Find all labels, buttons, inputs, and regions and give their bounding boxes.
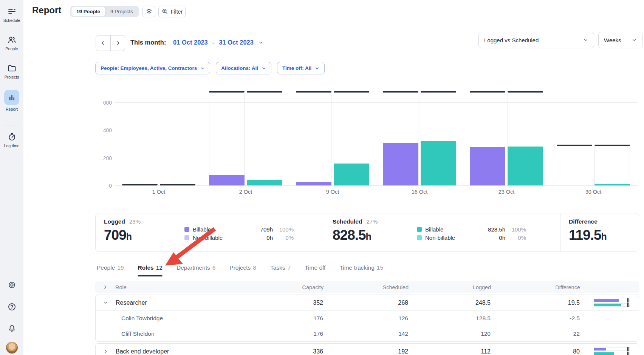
chart-bar-scheduled[interactable] — [508, 89, 543, 186]
sidebar-item-label: Schedule — [3, 18, 20, 23]
tab-roles[interactable]: Roles12 — [138, 264, 163, 276]
chart-bar-fill — [334, 164, 369, 186]
chart-bar-scheduled[interactable] — [334, 89, 369, 186]
expand-toggle[interactable] — [96, 300, 116, 306]
chart-bar-logged[interactable] — [383, 89, 418, 186]
legend-value: 828.5h — [478, 226, 505, 233]
notifications-button[interactable] — [0, 323, 23, 333]
chart-x-tick-label: 2 Oct — [202, 189, 289, 195]
help-button[interactable] — [0, 302, 23, 312]
scheduled-title: Scheduled — [333, 218, 362, 225]
tab-projects[interactable]: Projects8 — [229, 264, 256, 276]
chart-x-tick-label: 9 Oct — [289, 189, 376, 195]
filter-pill-2[interactable]: Time off: All — [277, 62, 325, 74]
settings-button[interactable] — [0, 280, 23, 290]
filter-search-icon — [161, 8, 169, 15]
tab-label: Time off — [305, 264, 325, 271]
chart-y-tick-label: 0 — [89, 183, 112, 189]
layers-icon — [146, 8, 153, 15]
chart-x-tick-label: 23 Oct — [463, 189, 550, 195]
role-group-1: Back end developer33619211280 — [95, 343, 639, 355]
chart-bar-logged[interactable] — [209, 89, 245, 186]
legend-percent: 100% — [505, 226, 526, 233]
table-row-role[interactable]: Researcher352268248.519.5 — [96, 295, 639, 310]
difference-total: 119.5h — [569, 227, 639, 243]
tab-time-tracking[interactable]: Time tracking15 — [339, 264, 383, 276]
layers-button[interactable] — [142, 6, 155, 17]
sidebar-item-schedule[interactable]: Schedule — [0, 7, 23, 23]
chart-bar-scheduled[interactable] — [594, 89, 630, 186]
tab-tasks[interactable]: Tasks7 — [270, 264, 291, 276]
chart-bar-logged[interactable] — [557, 89, 592, 186]
chart-bar-logged[interactable] — [296, 89, 331, 186]
next-period-button[interactable] — [110, 36, 125, 51]
scheduled-percent: 27% — [366, 218, 378, 225]
filter-button[interactable]: Filter — [158, 6, 186, 17]
date-range-dash: - — [212, 39, 215, 46]
toggle-people[interactable]: 19 People — [71, 7, 105, 16]
column-scheduled: Scheduled — [324, 284, 409, 290]
tab-time-off[interactable]: Time off — [305, 264, 325, 276]
legend-swatch — [184, 235, 189, 240]
legend-label: Non-billable — [425, 235, 478, 241]
chart-bar-logged[interactable] — [470, 89, 505, 186]
sidebar-item-label: People — [5, 46, 18, 51]
stacked-bar-chart: 0200400600 — [115, 89, 637, 186]
people-icon — [7, 35, 17, 45]
sidebar-item-log-time[interactable]: Log time — [0, 132, 23, 148]
minibar-capacity-tick — [627, 298, 629, 303]
minibar-capacity-tick — [627, 303, 629, 307]
date-range-start[interactable]: 01 Oct 2023 — [173, 39, 208, 46]
sidebar: Schedule People Projects Report Log time — [0, 0, 23, 355]
chevron-down-icon — [632, 37, 637, 43]
sidebar-item-label: Log time — [4, 144, 19, 148]
table-row-role[interactable]: Back end developer33619211280 — [96, 344, 639, 355]
sidebar-item-people[interactable]: People — [0, 35, 23, 51]
date-range-picker[interactable]: 01 Oct 2023 - 31 Oct 2023 — [173, 39, 263, 46]
chart-bar-logged[interactable] — [122, 89, 158, 186]
tab-count: 12 — [156, 264, 163, 271]
row-capacity: 176 — [253, 330, 323, 337]
chart-week-group — [376, 89, 463, 186]
table-row-person[interactable]: Colin Towbridge176126128.5-2.5 — [96, 310, 639, 326]
chart-week-group — [115, 89, 202, 186]
table-row-person[interactable]: Cliff Sheldon17614212022 — [96, 326, 639, 341]
row-difference: 22 — [491, 330, 580, 337]
sidebar-item-label: Report — [6, 107, 18, 111]
granularity-select[interactable]: Weeks — [598, 32, 642, 48]
minibar-track — [594, 347, 630, 351]
sidebar-item-report[interactable]: Report — [0, 90, 23, 111]
scheduled-legend: Billable828.5h100%Non-billable0h0% — [417, 226, 526, 241]
chevron-right-icon — [103, 349, 108, 354]
tab-people[interactable]: People19 — [97, 264, 124, 276]
chart-bar-scheduled[interactable] — [421, 89, 456, 186]
filter-pill-0[interactable]: People: Employees, Active, Contractors — [95, 62, 210, 74]
row-minibar-cell — [580, 347, 639, 355]
expand-toggle[interactable] — [96, 349, 116, 354]
row-capacity: 336 — [253, 348, 323, 355]
row-minibar-cell — [580, 299, 639, 307]
date-range-end[interactable]: 31 Oct 2023 — [219, 39, 254, 46]
tab-departments[interactable]: Departments6 — [176, 264, 215, 276]
row-name: Cliff Sheldon — [116, 330, 253, 337]
sidebar-divider — [5, 125, 19, 125]
legend-label: Non-billable — [193, 235, 246, 241]
tab-label: Roles — [138, 264, 154, 271]
user-avatar[interactable] — [6, 342, 18, 353]
chart-x-axis: 1 Oct2 Oct9 Oct16 Oct23 Oct30 Oct — [115, 189, 637, 195]
chart-bar-scheduled[interactable] — [247, 89, 282, 186]
schedule-icon — [7, 7, 17, 16]
report-mode-select[interactable]: Logged vs Scheduled — [478, 32, 594, 48]
chart-gridline — [115, 158, 637, 158]
summary-cards: Logged 23% 709h Billable709h100%Non-bill… — [95, 213, 639, 252]
sidebar-item-projects[interactable]: Projects — [0, 63, 23, 79]
expand-all-button[interactable] — [95, 284, 115, 290]
log-time-icon — [7, 132, 17, 142]
chevron-down-icon — [315, 66, 319, 71]
filter-pill-1[interactable]: Allocations: All — [216, 62, 271, 74]
prev-period-button[interactable] — [96, 36, 110, 51]
filter-pill-label: People: Employees, Active, Contractors — [101, 65, 197, 71]
toggle-projects[interactable]: 9 Projects — [105, 7, 138, 16]
chart-bar-scheduled[interactable] — [160, 89, 195, 186]
row-name: Researcher — [116, 299, 253, 306]
